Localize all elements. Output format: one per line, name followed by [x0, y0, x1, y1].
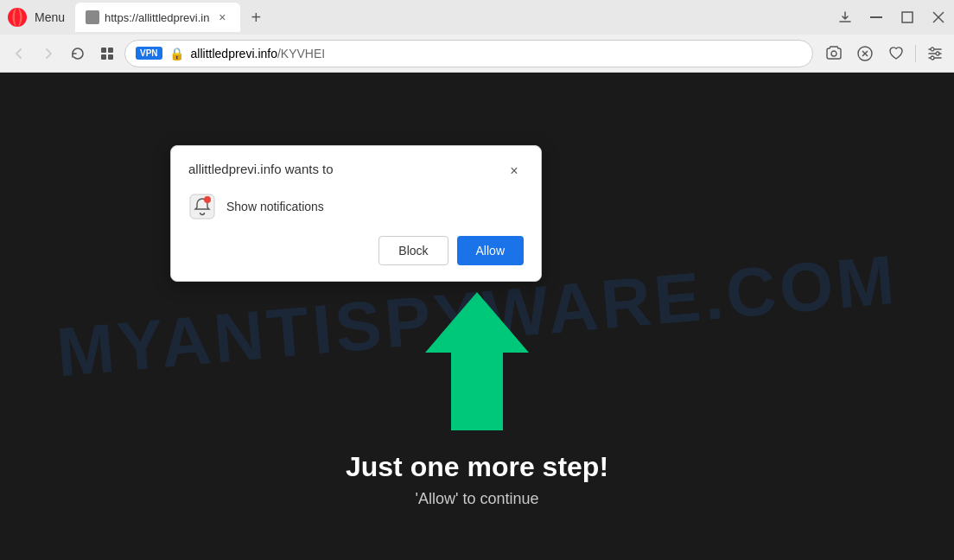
tab-close-button[interactable]: × — [214, 10, 230, 25]
tab-bar: Menu https://allittledprevi.in × + — [0, 0, 954, 35]
maximize-button[interactable] — [899, 9, 916, 26]
url-domain: allittledprevi.info — [191, 47, 277, 60]
allow-button[interactable]: Allow — [457, 236, 524, 265]
svg-rect-5 — [902, 12, 913, 22]
menu-label[interactable]: Menu — [35, 10, 65, 24]
grid-view-button[interactable] — [95, 41, 119, 66]
arrow-container — [421, 292, 533, 434]
svg-point-24 — [204, 196, 211, 203]
browser-tab[interactable]: https://allittledprevi.in × — [75, 3, 240, 32]
svg-rect-8 — [101, 48, 106, 53]
notification-text: Show notifications — [226, 200, 324, 213]
popup-body: Show notifications — [188, 193, 524, 220]
svg-point-19 — [931, 48, 934, 51]
clear-icon[interactable] — [853, 41, 877, 66]
tab-title: https://allittledprevi.in — [105, 11, 209, 24]
address-bar[interactable]: VPN 🔒 allittledprevi.info/KYVHEI — [124, 40, 813, 67]
nav-divider — [915, 45, 916, 62]
svg-rect-9 — [108, 48, 113, 53]
lock-icon: 🔒 — [169, 47, 184, 60]
popup-title: allittledprevi.info wants to — [188, 162, 505, 176]
settings-icon[interactable] — [923, 41, 947, 66]
svg-marker-22 — [425, 292, 529, 430]
svg-point-12 — [831, 51, 836, 56]
svg-rect-4 — [870, 16, 882, 18]
close-window-button[interactable] — [930, 9, 947, 26]
reload-button[interactable] — [66, 41, 90, 66]
svg-point-2 — [15, 8, 20, 27]
step-title: Just one more step! — [346, 451, 608, 483]
svg-rect-10 — [101, 54, 106, 60]
svg-line-3 — [840, 10, 843, 12]
tab-favicon-icon — [86, 10, 99, 24]
camera-icon[interactable] — [822, 41, 846, 66]
nav-right-icons — [822, 41, 947, 66]
url-path: /KYVHEI — [277, 47, 325, 60]
step-subtitle: 'Allow' to continue — [416, 490, 539, 508]
vpn-badge: VPN — [136, 47, 162, 60]
heart-icon[interactable] — [884, 41, 908, 66]
download-icon[interactable] — [836, 9, 854, 26]
notification-popup: allittledprevi.info wants to × Show noti… — [170, 145, 542, 282]
opera-logo-icon[interactable] — [7, 7, 28, 28]
block-button[interactable]: Block — [378, 236, 448, 265]
svg-point-21 — [931, 56, 934, 60]
popup-close-button[interactable]: × — [505, 162, 524, 181]
popup-header: allittledprevi.info wants to × — [188, 162, 524, 181]
forward-button[interactable] — [36, 41, 60, 66]
navigation-bar: VPN 🔒 allittledprevi.info/KYVHEI — [0, 35, 954, 73]
notification-bell-icon — [188, 193, 216, 220]
back-button[interactable] — [7, 41, 31, 66]
window-controls — [836, 9, 947, 26]
svg-point-20 — [936, 52, 939, 55]
browser-window: Menu https://allittledprevi.in × + — [0, 0, 954, 560]
minimize-button[interactable] — [868, 9, 885, 26]
page-content: MYANTISPYWARE.COM Just one more step! 'A… — [0, 73, 954, 560]
svg-rect-11 — [108, 54, 113, 60]
up-arrow-icon — [421, 292, 533, 430]
url-text: allittledprevi.info/KYVHEI — [191, 47, 802, 60]
new-tab-button[interactable]: + — [244, 5, 268, 29]
popup-actions: Block Allow — [188, 236, 524, 265]
